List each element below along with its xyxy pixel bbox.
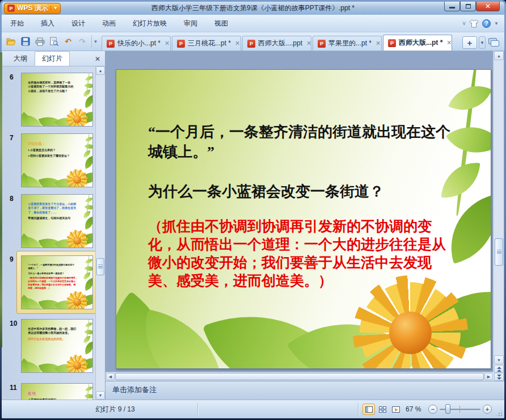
slide-canvas[interactable]: “一个月后，一条整齐清洁的街道就出现在这个城镇上。” 为什么一条小蓝裙会改变一条…: [116, 69, 491, 369]
horizontal-scrollbar-thumb[interactable]: [115, 373, 484, 380]
menu-item-2[interactable]: 设计: [65, 16, 92, 31]
panel-scrollbar[interactable]: ▲ ▼: [95, 66, 105, 400]
tab-close-icon[interactable]: ✕: [235, 40, 240, 47]
tab-close-icon[interactable]: ✕: [376, 40, 381, 47]
panel-close-icon[interactable]: ✕: [95, 55, 100, 63]
slide-thumbnail-10[interactable]: 生活中有许多美的事物，想一想，我们身边还有哪些微小而美丽的改变。同学们也去发现身…: [21, 319, 93, 373]
horizontal-scrollbar[interactable]: ◀ ▶: [106, 372, 494, 381]
slide-answer-text[interactable]: （抓住由不协调到协调再引发新的不协调的变化，从而悟出一个道理：一个大的进步往往是…: [148, 217, 452, 290]
save-icon[interactable]: [19, 35, 32, 48]
scroll-up-icon[interactable]: ▲: [96, 66, 105, 75]
document-tab-4[interactable]: P 西师大版...pt * ✕: [383, 35, 452, 51]
document-tab-2[interactable]: P 西师大版....ppt ✕: [242, 36, 311, 51]
resize-grip[interactable]: [501, 415, 502, 416]
menu-items: 开始插入设计动画幻灯片放映审阅视图: [2, 16, 237, 31]
document-tab-1[interactable]: P 三月桃花...pt * ✕: [172, 36, 241, 51]
panel-scrollbar-thumb[interactable]: [96, 258, 104, 275]
restore-button[interactable]: [460, 2, 476, 11]
vertical-scrollbar[interactable]: ▲ ▼: [493, 51, 504, 381]
document-tabstrip: P 快乐的小...pt * ✕ P 三月桃花...pt * ✕ P 西师大版..…: [102, 32, 460, 51]
slide-thumbnail-6[interactable]: 全班能去领奖状时，老师做了一条小蓝裙奖给了一个对班级贡献最大的小朋友，后面又发生…: [21, 73, 93, 127]
slide-counter: 幻灯片 9 / 13: [70, 405, 161, 414]
scroll-right-icon[interactable]: ▶: [484, 373, 493, 380]
skin-shirt-icon[interactable]: [469, 19, 479, 28]
restore-icon: [466, 4, 471, 9]
chevron-down-icon[interactable]: ▼: [50, 6, 58, 11]
thumbnail-number: 7: [10, 134, 14, 142]
print-preview-icon[interactable]: [48, 35, 60, 48]
status-bar: 幻灯片 9 / 13 67 % − +: [2, 400, 504, 418]
vertical-scrollbar-thumb[interactable]: [495, 238, 503, 266]
scroll-down-icon[interactable]: ▼: [96, 391, 105, 400]
tab-slides[interactable]: 幻灯片: [35, 51, 70, 66]
slide-question-text[interactable]: 为什么一条小蓝裙会改变一条街道？: [148, 182, 452, 201]
menu-bar: 开始插入设计动画幻灯片放映审阅视图 ˅ ? ▼: [2, 15, 504, 32]
window-title: 西师大版小学三年级下册语文第9课《小蓝裙的故事PPT课件》.ppt *: [2, 3, 504, 13]
notes-placeholder[interactable]: 单击添加备注: [106, 381, 504, 400]
quick-access-dropdown-icon[interactable]: ▼: [91, 35, 99, 48]
thumbnail-number: 11: [10, 384, 17, 392]
sunflower-decoration: [68, 292, 87, 309]
print-icon[interactable]: [33, 35, 46, 48]
document-tab-0[interactable]: P 快乐的小...pt * ✕: [102, 36, 171, 51]
document-tab-label: 三月桃花...pt *: [188, 39, 231, 48]
scroll-down-icon[interactable]: ▼: [494, 355, 504, 364]
slide-thumbnail-8[interactable]: 小蓝裙使家里发生了什么变化，小姑娘变干净了，家里变整洁了，街道也变美了，整条街都…: [21, 194, 93, 248]
zoom-in-button[interactable]: +: [483, 405, 492, 414]
document-tab-3[interactable]: P 苹果里的...pt * ✕: [313, 36, 382, 51]
menu-item-0[interactable]: 开始: [3, 16, 31, 31]
new-tab-button[interactable]: +: [462, 36, 477, 49]
scroll-left-icon[interactable]: ◀: [106, 373, 115, 380]
menu-item-3[interactable]: 动画: [95, 16, 123, 31]
thumbnail-text: 总 结小蓝裙的故事告诉我们……: [28, 391, 88, 400]
titlebar[interactable]: P WPS 演示 ▼ 西师大版小学三年级下册语文第9课《小蓝裙的故事PPT课件》…: [2, 2, 504, 15]
redo-icon: ↷: [76, 35, 88, 48]
wps-presentation-window: P WPS 演示 ▼ 西师大版小学三年级下册语文第9课《小蓝裙的故事PPT课件》…: [2, 2, 504, 418]
undo-icon[interactable]: ↶: [62, 35, 74, 48]
slide-thumbnail-11[interactable]: 总 结小蓝裙的故事告诉我们……: [21, 383, 93, 400]
document-tab-label: 苹果里的...pt *: [328, 39, 372, 48]
normal-view-button[interactable]: [362, 404, 375, 415]
tab-close-icon[interactable]: ✕: [446, 39, 452, 47]
close-button[interactable]: ✕: [476, 2, 500, 11]
slide-thumbnail-9[interactable]: “一个月后，一条整齐清洁的街道就出现在这个城镇上。”为什么一条小蓝裙会改变一条街…: [21, 255, 93, 309]
open-icon[interactable]: [5, 35, 18, 48]
leaf-decoration: [83, 95, 93, 108]
slide-editor: “一个月后，一条整齐清洁的街道就出现在这个城镇上。” 为什么一条小蓝裙会改变一条…: [106, 51, 504, 400]
ppt-file-icon: P: [318, 40, 326, 48]
zoom-out-button[interactable]: −: [428, 405, 437, 414]
collapse-toolbar-icon[interactable]: ˅: [462, 20, 466, 27]
ppt-file-icon: P: [388, 39, 396, 47]
wps-app-button[interactable]: P WPS 演示 ▼: [4, 3, 61, 14]
tab-outline[interactable]: 大纲: [6, 51, 35, 66]
thumbnail-number: 8: [10, 195, 14, 203]
tab-close-icon[interactable]: ✕: [306, 40, 311, 47]
previous-slide-button[interactable]: [494, 365, 504, 373]
ppt-file-icon: P: [177, 40, 185, 48]
thumbnail-text: 全班能去领奖状时，老师做了一条小蓝裙奖给了一个对班级贡献最大的小朋友，后面又发生…: [28, 81, 88, 95]
menu-item-6[interactable]: 视图: [208, 16, 235, 31]
menu-item-5[interactable]: 审阅: [177, 16, 204, 31]
ppt-file-icon: P: [107, 40, 115, 48]
help-dropdown-icon[interactable]: ▼: [494, 21, 499, 26]
slideshow-button[interactable]: [390, 404, 402, 415]
help-icon[interactable]: ?: [482, 19, 491, 28]
slide-thumbnail-7[interactable]: 讨论交流：1.小蓝裙是怎么来的？2.得到小蓝裙后发生了哪些变化？: [21, 133, 93, 187]
slides-panel: 大纲 幻灯片 ✕ 6 全班能去领奖状时，老师做了一条小蓝裙奖给了一个对班级贡献最…: [2, 51, 106, 400]
zoom-percent: 67 %: [406, 405, 421, 413]
scroll-up-icon[interactable]: ▲: [494, 51, 504, 60]
menu-item-4[interactable]: 幻灯片放映: [126, 16, 174, 31]
slide-sorter-button[interactable]: [376, 404, 389, 415]
minimize-button[interactable]: ▬: [444, 2, 460, 11]
next-slide-button[interactable]: [494, 373, 504, 381]
thumbnail-number: 10: [10, 320, 17, 327]
menu-item-1[interactable]: 插入: [34, 16, 61, 31]
zoom-slider-thumb[interactable]: [445, 404, 450, 414]
slide-quote-text[interactable]: “一个月后，一条整齐清洁的街道就出现在这个城镇上。”: [148, 122, 452, 162]
app-button-label: WPS 演示: [17, 3, 48, 13]
ppt-file-icon: P: [247, 40, 255, 48]
new-tab-dropdown-icon[interactable]: ▼: [479, 36, 486, 49]
tab-close-icon[interactable]: ✕: [165, 40, 170, 47]
sunflower-decoration: [68, 356, 87, 373]
window-arrange-icon[interactable]: [487, 37, 501, 48]
